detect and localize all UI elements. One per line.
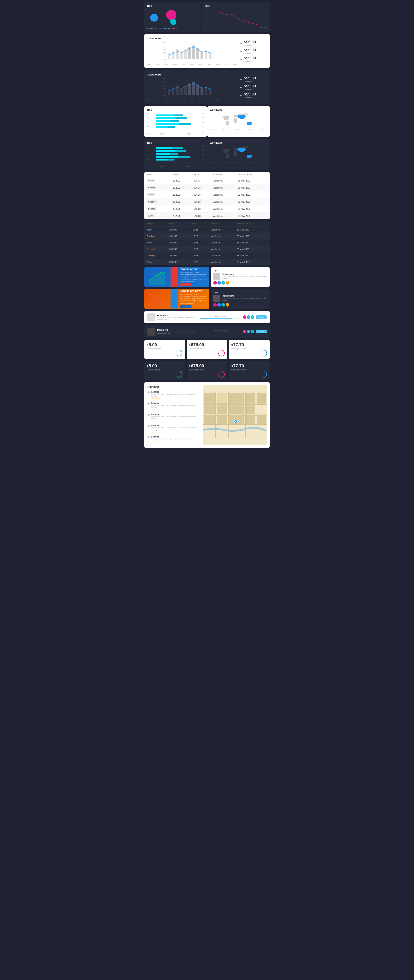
doc-thumbnail-light — [147, 313, 155, 321]
td-status-dark: Pending — [144, 233, 167, 240]
price-area-dark: ☁ $$5.00 Discounts ☁ $$5.00 Discounts ☁ … — [239, 73, 267, 101]
td-price: ↓15.28 — [192, 177, 211, 184]
project-item: Project name Lorem ipsum dolor sit amet,… — [213, 273, 268, 280]
td-date: 28 May 2020 — [236, 212, 270, 220]
table-row: Stopped 20.2992 ↓15.28 Apple Inc. 28 May… — [144, 198, 270, 205]
td-status: Active — [144, 191, 170, 198]
svg-text:1000: 1000 — [163, 95, 166, 96]
td-price-dark: ↓15.28 — [189, 253, 209, 259]
svg-rect-105 — [217, 406, 227, 414]
stat-circle-dark-1 — [176, 371, 183, 378]
svg-rect-75 — [156, 147, 172, 149]
td-status: Stopped — [144, 198, 170, 205]
legend-card: Card — [164, 28, 170, 30]
svg-point-31 — [193, 47, 194, 48]
svg-rect-116 — [229, 393, 244, 403]
td-price: ↓15.28 — [192, 184, 211, 191]
bubble-card — [150, 14, 158, 22]
legend-mobile: Mobile Payments — [146, 28, 162, 30]
learn-more-btn-down[interactable]: Learn more — [180, 305, 191, 308]
avatar-4: D — [226, 281, 229, 285]
svg-point-28 — [181, 52, 182, 53]
table-row: Pending 20.2992 ↓15.28 Apple Inc. 28 May… — [144, 233, 270, 240]
price-area-light: ☁ $$5.00 Discounts ☁ $$5.00 Discounts ☁ … — [239, 37, 267, 65]
price-value-dark-2: $$5.00 — [244, 84, 256, 88]
td-index: 20.2992 — [170, 212, 192, 220]
bar-line-svg-light: 6000 5000 4000 3000 2000 1000 0 — [147, 41, 237, 63]
svg-point-26 — [173, 53, 174, 54]
doc-avatar-3: C — [251, 315, 254, 319]
status-badge-dark: Active — [146, 261, 153, 263]
td-company: Apple Inc. — [211, 212, 236, 220]
price-item-3: ☁ $$5.00 Discounts — [239, 56, 267, 62]
world-map-svg-dark — [210, 145, 268, 161]
td-price-dark: ↓15.28 — [189, 233, 209, 240]
hbar-chart-wrapper: 200 150 100 50 0 — [146, 113, 204, 133]
status-badge: Active — [146, 215, 155, 217]
worldwide-light-title: Worldwide — [210, 108, 268, 111]
legend-dot-card — [164, 28, 166, 29]
loc-dot-2 — [147, 402, 150, 405]
progress-bar-fill-light — [200, 318, 232, 319]
doc-avatar-2: B — [247, 315, 250, 319]
price-value-wrapper-dark-3: $$5.00 Discounts — [244, 92, 256, 99]
table-dark-card: STATUS INDEX PRICE COMPANY DATE OF CREAT… — [144, 221, 270, 265]
hbar-dark-title: Title — [146, 141, 204, 144]
price-value-1: $$5.00 — [244, 40, 256, 44]
stat-circle-dark-2 — [218, 371, 225, 378]
loc-desc-3: Lorem ipsum dolor sit amet, consetetur s… — [151, 415, 201, 420]
table-dark: STATUS INDEX PRICE COMPANY DATE OF CREAT… — [144, 221, 270, 265]
loc-desc-5: Lorem ipsum dolor sit amet, consetetur s… — [151, 438, 201, 440]
aus-path — [247, 121, 253, 125]
city-map-section: City map Location Lorem ipsum dolor sit … — [144, 382, 270, 448]
na-dark — [223, 148, 229, 153]
status-badge-dark: Pending — [146, 235, 154, 237]
project-desc-dark: Lorem ipsum dolor sit amet, consetetur s… — [213, 297, 268, 301]
price-value-wrapper-dark-2: $$5.00 Discounts — [244, 84, 256, 91]
progress-bar-fill-dark — [200, 332, 235, 333]
td-index: 20.2992 — [170, 205, 192, 212]
td-company: Apple Inc. — [211, 191, 236, 198]
upload-btn-light[interactable]: Upload — [256, 315, 267, 319]
loc-name-1: Location — [151, 391, 201, 393]
bar-line-chart-dark: 6000 5000 4000 3000 2000 1000 0 — [147, 78, 237, 99]
loc-name-5: Location — [151, 436, 201, 438]
svg-rect-67 — [156, 118, 175, 119]
svg-text:6000: 6000 — [163, 78, 166, 80]
td-company-dark: Apple Inc. — [209, 253, 234, 259]
sa-dark — [226, 154, 229, 159]
td-company: Apple Inc. — [211, 177, 236, 184]
stocks-up-desc: Lorem ipsum dolor sit amet, consetetur s… — [180, 272, 207, 282]
status-badge-dark: Active — [146, 242, 153, 244]
svg-point-62 — [193, 83, 194, 83]
price-item-2: ☁ $$5.00 Discounts — [239, 48, 267, 54]
svg-text:5000: 5000 — [163, 46, 166, 47]
stat-desc-dark-1: Lorem ipsum dolor — [146, 369, 183, 371]
learn-more-btn-up[interactable]: Learn more — [180, 283, 191, 286]
td-index-dark: 20.2992 — [167, 253, 189, 259]
table-light-header-row: STATUS INDEX PRICE COMPANY DATE OF CREAT… — [144, 172, 270, 177]
doc-title-dark: Document — [157, 329, 198, 331]
world-map-light — [210, 113, 268, 128]
svg-text:6000: 6000 — [163, 42, 166, 43]
stocks-up-bar — [170, 267, 178, 287]
table-row: Active 20.2992 ↓15.28 Apple Inc. 28 May … — [144, 259, 270, 266]
td-date-dark: 28 May 2020 — [234, 227, 270, 233]
svg-rect-71 — [156, 123, 179, 125]
status-badge: Stopped — [146, 200, 157, 203]
price-item-dark-2: ☁ $$5.00 Discounts — [239, 84, 267, 91]
avatar-dark-2: B — [217, 303, 221, 307]
price-value-3: $$5.00 — [244, 56, 256, 60]
stocks-section-light: Stocks are up Lorem ipsum dolor sit amet… — [144, 267, 270, 287]
td-price-dark: ↓15.28 — [189, 259, 209, 266]
loc-desc-1: Lorem ipsum dolor sit amet, consetetur s… — [151, 393, 201, 397]
stat-circle-light-3 — [260, 350, 268, 357]
line-chart-title: Title — [204, 4, 268, 7]
td-status: Active — [144, 177, 170, 184]
avatar-dark-4: D — [226, 303, 229, 307]
stat-desc-light-2: Lorem ipsum dolor — [189, 348, 225, 350]
status-badge: Pending — [146, 207, 157, 210]
cloud-icon-dark-3: ☁ — [239, 93, 242, 97]
upload-btn-dark[interactable]: Upload — [256, 330, 267, 333]
project-card-title-dark: Title — [213, 291, 268, 294]
